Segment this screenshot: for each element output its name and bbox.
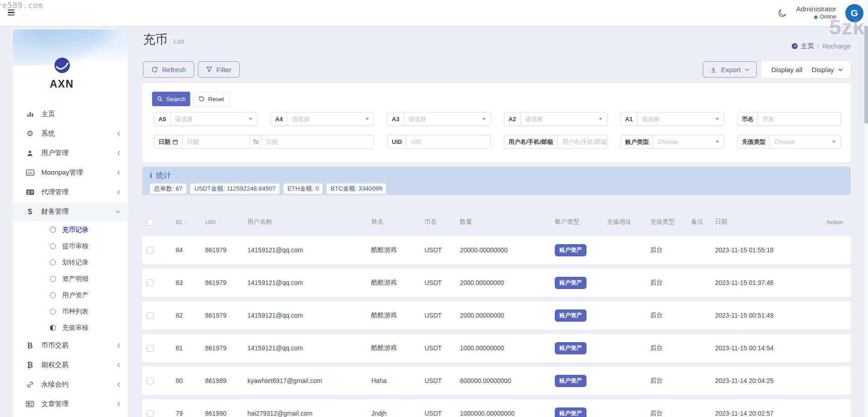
- breadcrumb-current[interactable]: Recharge: [822, 43, 851, 50]
- chevron-left-icon: [117, 363, 120, 368]
- circle-icon: [50, 227, 56, 233]
- chevron-left-icon: [117, 170, 120, 175]
- sort-asc-icon[interactable]: ↑: [185, 219, 187, 226]
- select-A1[interactable]: 请选择: [637, 113, 724, 126]
- dollar-icon: $: [25, 208, 35, 216]
- hamburger-menu-icon[interactable]: [8, 10, 15, 17]
- select-A3[interactable]: 请选择: [404, 113, 490, 126]
- dashboard-icon: [791, 43, 798, 49]
- display-all-button[interactable]: Display all: [761, 66, 802, 74]
- caret-down-icon: [832, 141, 836, 143]
- watermark-right: 5zkt: [829, 15, 868, 39]
- sidebar-subitem[interactable]: 资产明细: [13, 270, 128, 287]
- filter-A3: A3请选择: [387, 112, 491, 126]
- column-header[interactable]: ID↑: [176, 219, 205, 226]
- stat-badge: BTC金额: 3340099: [326, 183, 386, 194]
- filter-button[interactable]: Filter: [198, 61, 240, 78]
- search-button[interactable]: Search: [152, 92, 190, 106]
- half-circle-icon: [50, 325, 56, 331]
- column-header[interactable]: 用户名称: [247, 218, 371, 226]
- column-header[interactable]: 姓名: [371, 218, 424, 226]
- column-header[interactable]: 账户类型: [555, 218, 607, 226]
- sidebar-item[interactable]: B币币交易: [13, 336, 128, 355]
- chevron-down-icon: [838, 68, 843, 71]
- sidebar-subitem[interactable]: 提币审核: [13, 238, 128, 254]
- sidebar-item[interactable]: 代理管理: [13, 182, 128, 202]
- svg-text:CC: CC: [27, 171, 33, 175]
- date-from-input[interactable]: 日期: [182, 135, 250, 148]
- user-icon: [25, 150, 35, 157]
- logo-text[interactable]: AXN: [13, 78, 111, 90]
- input-币名[interactable]: 币名: [758, 113, 840, 126]
- sidebar-item[interactable]: $财务管理: [13, 202, 128, 221]
- letter-b-icon: B: [25, 342, 35, 350]
- export-button[interactable]: Export: [703, 61, 757, 78]
- row-checkbox[interactable]: [147, 378, 153, 384]
- sidebar-subitem[interactable]: 划转记录: [13, 254, 128, 270]
- row-checkbox[interactable]: [147, 280, 153, 286]
- chevron-left-icon: [117, 343, 120, 348]
- sidebar-item[interactable]: 文章管理: [13, 394, 128, 414]
- sidebar-item[interactable]: ₿期权交易: [13, 355, 128, 375]
- sidebar-subitem[interactable]: 充值审核: [13, 319, 128, 336]
- filter-recharge-type: 充值类型 Choose: [737, 135, 841, 149]
- filter-A2: A2请选择: [504, 112, 607, 126]
- sidebar-subitem[interactable]: 充币记录: [13, 221, 128, 238]
- column-header[interactable]: 充值类型: [650, 218, 691, 226]
- search-icon: [157, 96, 163, 102]
- reset-button[interactable]: Reset: [193, 92, 230, 106]
- sidebar-item[interactable]: 永续合约: [13, 375, 128, 394]
- column-header[interactable]: 日期: [715, 218, 826, 226]
- select-A5[interactable]: 请选择: [171, 113, 257, 126]
- sidebar-item[interactable]: CCMoonpay管理: [13, 163, 128, 182]
- stat-badge: 总单数: 67: [150, 183, 187, 194]
- column-header[interactable]: UID: [205, 219, 247, 226]
- column-header[interactable]: Action: [826, 219, 846, 226]
- sidebar-subitem[interactable]: 币种列表: [13, 303, 128, 319]
- dark-mode-moon-icon[interactable]: [777, 8, 787, 18]
- uid-input[interactable]: UID: [406, 135, 490, 148]
- topbar: Administrator Online G: [0, 0, 868, 26]
- sidebar-item[interactable]: 主页: [13, 104, 128, 124]
- statistics-panel: i 统计 总单数: 67USDT金额: 112592248.84907ETH金额…: [142, 167, 851, 195]
- filter-uid: UID UID: [387, 135, 491, 149]
- scrollbar[interactable]: [864, 0, 868, 417]
- refresh-icon: [151, 66, 158, 73]
- date-to-input[interactable]: 日期: [261, 135, 374, 148]
- row-checkbox[interactable]: [147, 410, 153, 417]
- select-A2[interactable]: 请选择: [521, 113, 607, 126]
- account-type-select[interactable]: Choose: [653, 135, 724, 148]
- column-header[interactable]: 数量: [460, 218, 555, 226]
- circle-icon: [50, 243, 56, 249]
- filter-account-type: 账户类型 Choose: [621, 135, 724, 149]
- page-subtitle: List: [173, 37, 184, 45]
- circle-icon: [50, 276, 56, 282]
- sidebar-menu: 主页⚙系统用户管理CCMoonpay管理代理管理$财务管理充币记录提币审核划转记…: [13, 104, 128, 414]
- filter-user: 用户名/手机/邮箱 用户名/手机/邮箱: [504, 135, 607, 149]
- column-header[interactable]: 充值地址: [607, 218, 650, 226]
- chevron-left-icon: [117, 382, 120, 387]
- circle-icon: [50, 292, 56, 298]
- sidebar-item[interactable]: ⚙系统: [13, 124, 128, 143]
- filter-row1: A5请选择A4请选择A3请选择A2请选择A1请选择币名币名: [154, 112, 841, 126]
- row-checkbox[interactable]: [147, 345, 153, 352]
- table-header: ID↑UID用户名称姓名币名数量账户类型充值地址充值类型备注日期Action: [142, 215, 851, 229]
- user-input[interactable]: 用户名/手机/邮箱: [557, 135, 607, 148]
- recharge-type-select[interactable]: Choose: [770, 135, 840, 148]
- undo-icon: [198, 96, 205, 102]
- column-header[interactable]: 备注: [691, 218, 715, 226]
- row-checkbox[interactable]: [147, 312, 153, 319]
- breadcrumb-home[interactable]: 主页: [791, 42, 814, 50]
- display-dropdown[interactable]: Display: [812, 66, 850, 74]
- select-all-checkbox[interactable]: [147, 219, 153, 226]
- news-icon: [25, 401, 35, 407]
- sidebar-item[interactable]: 用户管理: [13, 143, 128, 163]
- row-checkbox[interactable]: [147, 247, 153, 254]
- sidebar-subitem[interactable]: 用户资产: [13, 287, 128, 303]
- column-header[interactable]: 币名: [424, 218, 460, 226]
- refresh-button[interactable]: Refresh: [143, 61, 194, 78]
- select-A4[interactable]: 请选择: [287, 113, 374, 126]
- admin-name: Administrator: [796, 5, 836, 14]
- table-row: 8286197914159121@qq.com酷酷游戏USDT2000.0000…: [142, 301, 851, 329]
- logo-icon[interactable]: [54, 57, 70, 75]
